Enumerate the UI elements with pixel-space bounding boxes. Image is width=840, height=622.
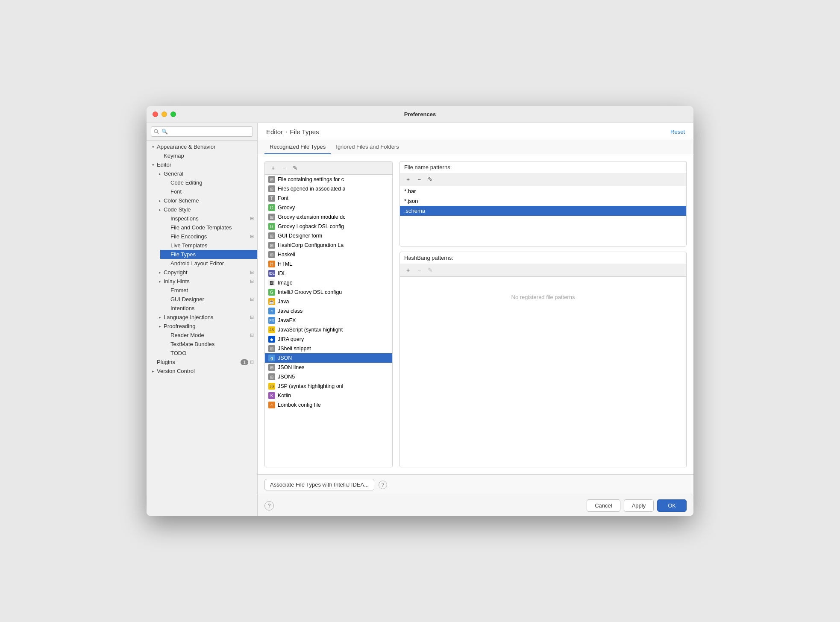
tab-recognized[interactable]: Recognized File Types: [264, 140, 331, 154]
sidebar-item-code-style[interactable]: Code Style: [153, 205, 257, 214]
sidebar-item-file-types[interactable]: File Types: [160, 250, 257, 259]
list-item[interactable]: ⊞ JShell snippet: [265, 344, 392, 353]
associate-button[interactable]: Associate File Types with IntelliJ IDEA.…: [264, 479, 374, 490]
tab-ignored[interactable]: Ignored Files and Folders: [331, 140, 404, 154]
sidebar-item-label: Version Control: [157, 368, 195, 374]
list-item[interactable]: ⚠ Lombok config file: [265, 400, 392, 410]
edit-file-type-button[interactable]: ✎: [291, 163, 300, 173]
sidebar-item-language-injections[interactable]: Language Injections ⊞: [153, 313, 257, 322]
sidebar-item-general[interactable]: General: [153, 169, 257, 178]
sidebar-item-font[interactable]: Font: [160, 187, 257, 196]
chevron-icon: [157, 171, 163, 177]
minimize-button[interactable]: [162, 111, 167, 117]
list-item[interactable]: *.har: [400, 186, 686, 196]
list-item[interactable]: JS JSP (syntax highlighting onl: [265, 381, 392, 391]
help-icon[interactable]: ?: [379, 481, 387, 489]
list-item[interactable]: ⊞ HashiCorp Configuration La: [265, 241, 392, 250]
file-type-name: Groovy: [278, 205, 295, 211]
list-item[interactable]: FX JavaFX: [265, 316, 392, 325]
sidebar-item-label: Proofreading: [164, 323, 195, 329]
sidebar-item-label: Copyright: [164, 269, 188, 276]
reset-button[interactable]: Reset: [670, 129, 685, 135]
sidebar-item-appearance-behavior[interactable]: Appearance & Behavior: [147, 142, 257, 151]
add-file-type-button[interactable]: +: [268, 163, 278, 173]
cancel-button[interactable]: Cancel: [587, 499, 620, 512]
file-type-icon: ⊞: [268, 214, 275, 220]
sidebar-item-version-control[interactable]: Version Control: [147, 367, 257, 376]
sidebar-item-label: Code Editing: [170, 179, 202, 186]
sidebar-item-gui-designer[interactable]: GUI Designer ⊞: [160, 295, 257, 304]
list-item[interactable]: H HTML: [265, 259, 392, 269]
sidebar-item-live-templates[interactable]: Live Templates: [160, 241, 257, 250]
ok-button[interactable]: OK: [657, 499, 687, 512]
window-help-icon[interactable]: ?: [264, 501, 274, 511]
sidebar-item-file-encodings[interactable]: File Encodings ⊞: [160, 232, 257, 241]
chevron-icon: [150, 144, 156, 150]
sidebar-item-code-editing[interactable]: Code Editing: [160, 178, 257, 187]
sidebar-item-label: Color Scheme: [164, 197, 199, 204]
remove-pattern-button[interactable]: −: [414, 175, 424, 184]
sidebar-item-emmet[interactable]: Emmet: [160, 286, 257, 295]
file-type-name: IntelliJ Groovy DSL configu: [278, 289, 342, 295]
list-item[interactable]: ⊞ GUI Designer form: [265, 231, 392, 241]
file-type-icon: ⊞: [268, 251, 275, 258]
list-item[interactable]: ⊞ JSON lines: [265, 363, 392, 372]
list-item-json[interactable]: {} JSON: [265, 353, 392, 363]
sidebar-item-label: Emmet: [170, 287, 188, 293]
sidebar-item-file-code-templates[interactable]: File and Code Templates: [160, 223, 257, 232]
sidebar-item-keymap[interactable]: Keymap: [153, 151, 257, 160]
list-item[interactable]: ☕ Java: [265, 297, 392, 306]
file-type-icon: ⊞: [268, 345, 275, 352]
list-item[interactable]: T Font: [265, 194, 392, 203]
list-item[interactable]: G IntelliJ Groovy DSL configu: [265, 288, 392, 297]
file-type-icon: ◆: [268, 336, 275, 343]
apply-button[interactable]: Apply: [624, 499, 654, 512]
remove-file-type-button[interactable]: −: [279, 163, 289, 173]
sidebar-item-inspections[interactable]: Inspections ⊞: [160, 214, 257, 223]
list-item[interactable]: ⊞ JSON5: [265, 372, 392, 381]
list-item[interactable]: G Groovy: [265, 203, 392, 212]
list-item[interactable]: ⊞ Files opened in associated a: [265, 184, 392, 194]
list-item[interactable]: G Groovy Logback DSL config: [265, 222, 392, 231]
sidebar-item-proofreading[interactable]: Proofreading: [153, 322, 257, 331]
sidebar-item-label: Editor: [157, 161, 171, 168]
add-pattern-button[interactable]: +: [403, 175, 413, 184]
list-item[interactable]: ⊞ Haskell: [265, 250, 392, 259]
sidebar-item-reader-mode[interactable]: Reader Mode ⊞: [160, 331, 257, 340]
list-item[interactable]: ⊞ Groovy extension module dc: [265, 212, 392, 222]
add-hashbang-button[interactable]: +: [403, 265, 413, 275]
sidebar-item-plugins[interactable]: Plugins 1 ⊞: [147, 358, 257, 367]
sidebar-item-textmate-bundles[interactable]: TextMate Bundles: [160, 340, 257, 349]
list-item[interactable]: c Java class: [265, 306, 392, 316]
sidebar-item-editor[interactable]: Editor: [147, 160, 257, 169]
sidebar-item-label: Appearance & Behavior: [157, 144, 215, 150]
edit-pattern-button[interactable]: ✎: [426, 175, 435, 184]
maximize-button[interactable]: [170, 111, 176, 117]
file-type-name: JIRA query: [278, 336, 304, 342]
file-type-name: GUI Designer form: [278, 233, 322, 239]
preferences-window: Preferences Appearance & Behavior Keymap: [147, 106, 693, 516]
sidebar-item-todo[interactable]: TODO: [160, 349, 257, 358]
list-item[interactable]: *.json: [400, 196, 686, 206]
close-button[interactable]: [153, 111, 158, 117]
remove-hashbang-button[interactable]: −: [414, 265, 424, 275]
breadcrumb-parent: Editor: [266, 128, 283, 135]
edit-hashbang-button[interactable]: ✎: [426, 265, 435, 275]
sidebar-item-intentions[interactable]: Intentions: [160, 304, 257, 313]
settings-icon: ⊞: [250, 279, 254, 284]
list-item-schema[interactable]: .schema: [400, 206, 686, 216]
list-item[interactable]: ◆ JIRA query: [265, 334, 392, 344]
main-header: Editor › File Types Reset: [258, 123, 693, 140]
file-type-icon: ⊞: [268, 232, 275, 239]
list-item[interactable]: K Kotlin: [265, 391, 392, 400]
list-item[interactable]: 🖼 Image: [265, 278, 392, 288]
sidebar-item-copyright[interactable]: Copyright ⊞: [153, 268, 257, 277]
list-item[interactable]: JS JavaScript (syntax highlight: [265, 325, 392, 334]
search-input[interactable]: [151, 126, 253, 137]
list-item[interactable]: ⊞ File containing settings for c: [265, 175, 392, 184]
list-item[interactable]: IDL IDL: [265, 269, 392, 278]
sidebar-item-inlay-hints[interactable]: Inlay Hints ⊞: [153, 277, 257, 286]
sidebar-item-color-scheme[interactable]: Color Scheme: [153, 196, 257, 205]
settings-icon: ⊞: [250, 296, 254, 302]
sidebar-item-android-layout-editor[interactable]: Android Layout Editor: [160, 259, 257, 268]
